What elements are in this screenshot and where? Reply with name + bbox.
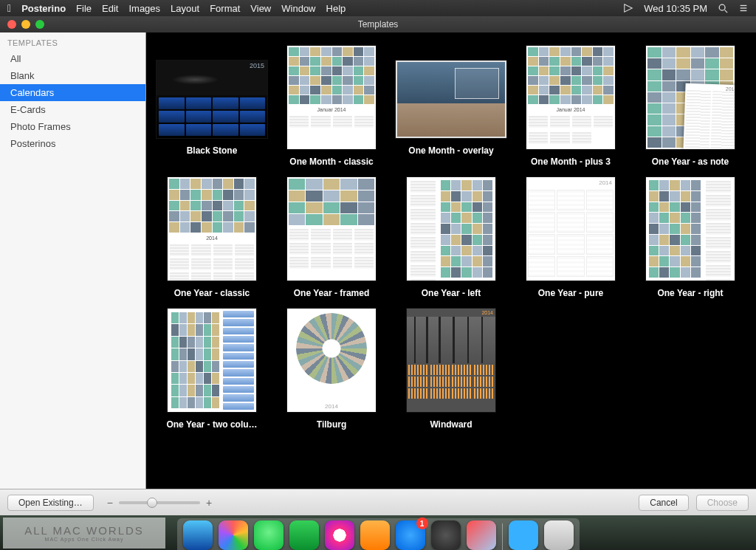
template-one-year-framed[interactable]: One Year - framed xyxy=(273,177,390,298)
template-label: Black Stone xyxy=(187,145,238,156)
template-one-month-plus-3[interactable]: Januar 2014One Month - plus 3 xyxy=(512,46,629,167)
template-windward[interactable]: 2014Windward xyxy=(393,309,509,430)
dock-appstore-icon[interactable]: 1 xyxy=(396,520,425,550)
sidebar-item-blank[interactable]: Blank xyxy=(0,67,145,84)
sheet-bottom-bar: Open Existing… − + Cancel Choose xyxy=(0,489,756,515)
menu-view[interactable]: View xyxy=(250,3,271,14)
template-one-year-right[interactable]: 2014One Year - right xyxy=(632,177,749,298)
template-tilburg[interactable]: 2014Tilburg xyxy=(273,309,390,430)
template-black-stone[interactable]: 2015Black Stone xyxy=(154,46,270,167)
notification-center-icon[interactable] xyxy=(738,3,749,13)
templates-sidebar: TEMPLATES AllBlankCalendarsE-CardsPhoto … xyxy=(0,32,146,489)
dock-itunes-icon[interactable] xyxy=(325,520,354,550)
template-label: One Month - overlay xyxy=(408,145,493,156)
template-label: One Year - as note xyxy=(652,157,729,167)
sidebar-header: TEMPLATES xyxy=(0,32,145,50)
dock-downloads-icon[interactable] xyxy=(509,520,538,550)
template-label: One Year - classic xyxy=(174,288,250,298)
template-label: Windward xyxy=(430,419,472,430)
dock-photos-icon[interactable] xyxy=(219,520,248,550)
minimize-window-button[interactable] xyxy=(21,20,30,29)
sidebar-item-e-cards[interactable]: E-Cards xyxy=(0,101,145,118)
choose-button[interactable]: Choose xyxy=(696,495,749,511)
watermark: ALL MAC WORLDS MAC Apps One Click Away xyxy=(3,518,165,549)
template-label: Tilburg xyxy=(317,419,346,430)
sidebar-item-photo-frames[interactable]: Photo Frames xyxy=(0,118,145,135)
sidebar-item-calendars[interactable]: Calendars xyxy=(0,84,145,101)
template-one-year-pure[interactable]: 2014One Year - pure xyxy=(512,177,629,298)
menu-format[interactable]: Format xyxy=(210,3,240,14)
dock-trash-icon[interactable] xyxy=(544,520,574,550)
dock: 1 xyxy=(177,518,580,550)
close-window-button[interactable] xyxy=(7,20,16,29)
template-one-year-two-colu-[interactable]: One Year - two colu… xyxy=(154,309,270,430)
menu-layout[interactable]: Layout xyxy=(171,3,199,14)
dock-ibooks-icon[interactable] xyxy=(360,520,390,550)
appstore-badge: 1 xyxy=(416,518,428,529)
dock-messages-icon[interactable] xyxy=(254,520,284,550)
templates-grid[interactable]: 2015Black StoneJanuar 2014One Month - cl… xyxy=(146,32,756,489)
template-one-month-classic[interactable]: Januar 2014One Month - classic xyxy=(273,46,390,167)
zoom-window-button[interactable] xyxy=(35,20,44,29)
svg-line-1 xyxy=(725,10,728,13)
menu-extra-icon[interactable] xyxy=(623,3,633,13)
template-one-year-as-note[interactable]: 2014One Year - as note xyxy=(632,46,749,167)
menu-file[interactable]: File xyxy=(76,3,92,14)
dock-facetime-icon[interactable] xyxy=(289,520,319,550)
zoom-out-icon[interactable]: − xyxy=(107,497,113,509)
sidebar-item-all[interactable]: All xyxy=(0,50,145,67)
template-label: One Year - two colu… xyxy=(166,419,257,430)
template-label: One Month - plus 3 xyxy=(531,157,611,167)
menu-images[interactable]: Images xyxy=(128,3,160,14)
desktop: ALL MAC WORLDS MAC Apps One Click Away 1 xyxy=(0,515,756,550)
apple-menu-icon[interactable]:  xyxy=(7,2,11,14)
macos-menubar:  Posterino File Edit Images Layout Form… xyxy=(0,0,756,16)
template-one-month-overlay[interactable]: One Month - overlay xyxy=(393,46,509,167)
template-one-year-classic[interactable]: 2014One Year - classic xyxy=(154,177,270,298)
dock-finder-icon[interactable] xyxy=(183,520,213,550)
template-label: One Year - framed xyxy=(294,288,370,298)
window-titlebar: Templates xyxy=(0,16,756,32)
template-label: One Year - pure xyxy=(538,288,603,298)
menu-edit[interactable]: Edit xyxy=(102,3,118,14)
template-label: One Year - left xyxy=(422,288,481,298)
menu-help[interactable]: Help xyxy=(326,3,346,14)
cancel-button[interactable]: Cancel xyxy=(639,495,688,511)
menubar-clock[interactable]: Wed 10:35 PM xyxy=(644,3,707,14)
dock-separator xyxy=(502,523,503,550)
template-label: One Year - right xyxy=(657,288,723,298)
menu-window[interactable]: Window xyxy=(281,3,315,14)
dock-settings-icon[interactable] xyxy=(431,520,461,550)
template-label: One Month - classic xyxy=(289,157,373,167)
app-menu[interactable]: Posterino xyxy=(21,3,66,14)
zoom-in-icon[interactable]: + xyxy=(206,497,212,509)
spotlight-icon[interactable] xyxy=(718,3,728,13)
dock-posterino-icon[interactable] xyxy=(467,520,496,550)
template-one-year-left[interactable]: One Year - left xyxy=(393,177,509,298)
svg-point-0 xyxy=(719,4,725,10)
sidebar-item-posterinos[interactable]: Posterinos xyxy=(0,135,145,152)
open-existing-button[interactable]: Open Existing… xyxy=(7,495,94,511)
thumbnail-size-slider[interactable]: − + xyxy=(107,497,212,509)
window-title: Templates xyxy=(0,19,756,30)
